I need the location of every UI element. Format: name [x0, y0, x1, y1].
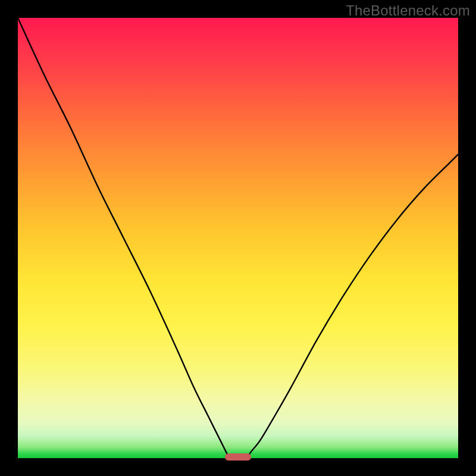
- curve-left: [18, 18, 229, 458]
- curve-right: [247, 154, 458, 458]
- chart-frame: TheBottleneck.com: [0, 0, 476, 476]
- watermark-label: TheBottleneck.com: [346, 2, 470, 19]
- minimum-marker: [225, 453, 251, 461]
- plot-area: [18, 18, 458, 458]
- curve-layer: [18, 18, 458, 458]
